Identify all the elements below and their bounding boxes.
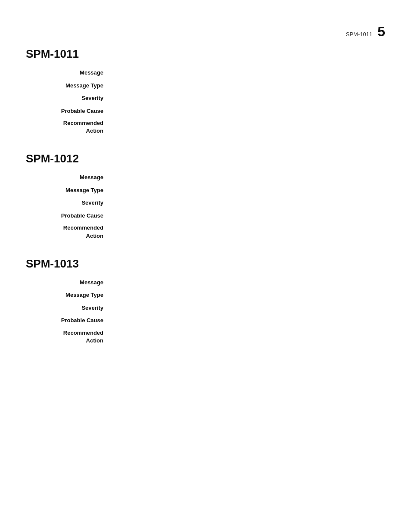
label-probablecause-1013: Probable Cause bbox=[26, 316, 112, 325]
label-probablecause-1011: Probable Cause bbox=[26, 107, 112, 115]
field-row-recommendedaction-1012: RecommendedAction bbox=[26, 224, 385, 240]
label-message-1012: Message bbox=[26, 173, 112, 182]
value-severity-1011 bbox=[112, 94, 385, 103]
label-recommendedaction-1011: RecommendedAction bbox=[26, 119, 112, 135]
label-message-1013: Message bbox=[26, 278, 112, 287]
value-probablecause-1012 bbox=[112, 212, 385, 220]
value-message-1012 bbox=[112, 173, 385, 182]
label-recommendedaction-1013: RecommendedAction bbox=[26, 329, 112, 345]
label-severity-1012: Severity bbox=[26, 199, 112, 207]
value-probablecause-1013 bbox=[112, 316, 385, 325]
field-row-message-1011: Message bbox=[26, 68, 385, 77]
value-message-1011 bbox=[112, 68, 385, 77]
value-severity-1012 bbox=[112, 199, 385, 207]
value-recommendedaction-1012 bbox=[112, 224, 385, 240]
label-messagetype-1012: Message Type bbox=[26, 186, 112, 195]
section-spm-1012: SPM-1012 Message Message Type Severity P… bbox=[26, 152, 385, 240]
field-row-probablecause-1011: Probable Cause bbox=[26, 107, 385, 115]
field-row-severity-1012: Severity bbox=[26, 199, 385, 207]
label-message-1011: Message bbox=[26, 68, 112, 77]
section-spm-1011: SPM-1011 Message Message Type Severity P… bbox=[26, 47, 385, 135]
field-row-messagetype-1012: Message Type bbox=[26, 186, 385, 195]
value-messagetype-1012 bbox=[112, 186, 385, 195]
field-row-recommendedaction-1013: RecommendedAction bbox=[26, 329, 385, 345]
field-row-messagetype-1011: Message Type bbox=[26, 81, 385, 90]
value-recommendedaction-1011 bbox=[112, 119, 385, 135]
value-message-1013 bbox=[112, 278, 385, 287]
value-probablecause-1011 bbox=[112, 107, 385, 115]
value-recommendedaction-1013 bbox=[112, 329, 385, 345]
page-header: SPM-1011 5 bbox=[346, 24, 385, 40]
value-messagetype-1011 bbox=[112, 81, 385, 90]
label-messagetype-1013: Message Type bbox=[26, 291, 112, 299]
label-messagetype-1011: Message Type bbox=[26, 81, 112, 90]
field-row-message-1013: Message bbox=[26, 278, 385, 287]
field-row-recommendedaction-1011: RecommendedAction bbox=[26, 119, 385, 135]
label-probablecause-1012: Probable Cause bbox=[26, 212, 112, 220]
value-severity-1013 bbox=[112, 304, 385, 312]
field-row-probablecause-1013: Probable Cause bbox=[26, 316, 385, 325]
header-page-number: 5 bbox=[377, 24, 385, 40]
section-title-spm-1012: SPM-1012 bbox=[26, 152, 385, 165]
label-recommendedaction-1012: RecommendedAction bbox=[26, 224, 112, 240]
section-title-spm-1013: SPM-1013 bbox=[26, 257, 385, 271]
field-row-probablecause-1012: Probable Cause bbox=[26, 212, 385, 220]
header-code: SPM-1011 bbox=[346, 31, 372, 37]
section-spm-1013: SPM-1013 Message Message Type Severity P… bbox=[26, 257, 385, 345]
field-row-messagetype-1013: Message Type bbox=[26, 291, 385, 299]
label-severity-1013: Severity bbox=[26, 304, 112, 312]
value-messagetype-1013 bbox=[112, 291, 385, 299]
main-content: SPM-1011 Message Message Type Severity P… bbox=[0, 0, 411, 388]
label-severity-1011: Severity bbox=[26, 94, 112, 103]
field-row-severity-1013: Severity bbox=[26, 304, 385, 312]
field-row-message-1012: Message bbox=[26, 173, 385, 182]
field-row-severity-1011: Severity bbox=[26, 94, 385, 103]
section-title-spm-1011: SPM-1011 bbox=[26, 47, 385, 61]
